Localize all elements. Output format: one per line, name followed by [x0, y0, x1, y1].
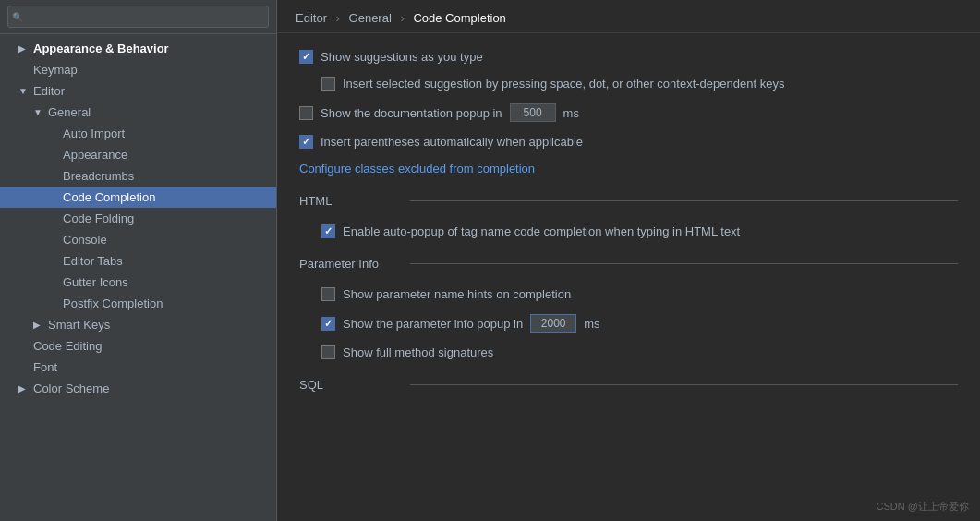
- option-show-suggestions: Show suggestions as you type: [299, 48, 958, 66]
- sidebar-item-smart-keys[interactable]: ▶ Smart Keys: [0, 314, 276, 335]
- chevron-down-icon: ▼: [33, 107, 44, 117]
- option-show-param-hints: Show parameter name hints on completion: [299, 285, 958, 303]
- sidebar-nav: ▶ Appearance & Behavior Keymap ▼ Editor …: [0, 34, 276, 403]
- option-insert-parens: Insert parentheses automatically when ap…: [299, 133, 958, 151]
- content-body: Show suggestions as you type Insert sele…: [277, 33, 980, 412]
- sidebar-item-breadcrumbs[interactable]: Breadcrumbs: [0, 165, 276, 187]
- sidebar-item-postfix-completion[interactable]: Postfix Completion: [0, 293, 276, 314]
- sidebar-item-editor[interactable]: ▼ Editor: [0, 80, 276, 102]
- sidebar-label: Color Scheme: [33, 382, 109, 395]
- option-insert-selected: Insert selected suggestion by pressing s…: [299, 75, 958, 92]
- label-show-doc-popup: Show the documentation popup in: [321, 106, 502, 120]
- sidebar-label: Code Completion: [63, 190, 155, 204]
- label-show-suggestions: Show suggestions as you type: [321, 50, 483, 64]
- label-show-param-hints: Show parameter name hints on completion: [343, 287, 571, 301]
- label-ms-1: ms: [563, 106, 579, 120]
- input-param-popup-ms[interactable]: [530, 314, 576, 333]
- sidebar-label: Font: [33, 360, 57, 374]
- option-show-param-popup: Show the parameter info popup in ms: [299, 312, 958, 334]
- chevron-right-icon: ▶: [33, 320, 44, 330]
- sidebar-item-gutter-icons[interactable]: Gutter Icons: [0, 272, 276, 293]
- sidebar-label: Smart Keys: [48, 318, 110, 332]
- breadcrumb-sep-1: ›: [336, 11, 340, 25]
- sidebar-label: Postfix Completion: [63, 297, 163, 310]
- sidebar-label: Code Editing: [33, 339, 102, 353]
- sidebar-item-auto-import[interactable]: Auto Import: [0, 123, 276, 144]
- sidebar-item-code-editing[interactable]: Code Editing: [0, 335, 276, 357]
- breadcrumb-sep-2: ›: [400, 11, 404, 25]
- sidebar-item-general[interactable]: ▼ General: [0, 102, 276, 123]
- option-enable-auto-popup: Enable auto-popup of tag name code compl…: [299, 223, 958, 240]
- sidebar-item-code-folding[interactable]: Code Folding: [0, 208, 276, 229]
- section-header-param-info: Parameter Info: [299, 249, 958, 276]
- option-show-doc-popup: Show the documentation popup in ms: [299, 102, 958, 124]
- label-enable-auto-popup: Enable auto-popup of tag name code compl…: [343, 224, 740, 238]
- checkbox-enable-auto-popup[interactable]: [321, 224, 335, 238]
- breadcrumb: Editor › General › Code Completion: [277, 0, 980, 33]
- checkbox-show-param-popup[interactable]: [321, 317, 335, 331]
- main-content: Editor › General › Code Completion Show …: [277, 0, 980, 521]
- search-box: [0, 0, 276, 34]
- watermark: CSDN @让上帝爱你: [877, 500, 969, 514]
- sidebar-label: Breadcrumbs: [63, 169, 134, 183]
- breadcrumb-general: General: [349, 11, 392, 25]
- sidebar-item-console[interactable]: Console: [0, 229, 276, 250]
- configure-classes-link-row: Configure classes excluded from completi…: [299, 160, 958, 177]
- sidebar-item-appearance[interactable]: Appearance: [0, 144, 276, 165]
- label-ms-2: ms: [584, 317, 599, 331]
- checkbox-show-param-hints[interactable]: [321, 287, 335, 301]
- label-insert-selected: Insert selected suggestion by pressing s…: [343, 77, 784, 91]
- checkbox-insert-parens[interactable]: [299, 135, 313, 149]
- sidebar-label: Code Folding: [63, 212, 134, 225]
- sidebar-item-appearance-behavior[interactable]: ▶ Appearance & Behavior: [0, 38, 276, 59]
- sidebar-item-code-completion[interactable]: Code Completion: [0, 187, 276, 208]
- search-input[interactable]: [7, 6, 269, 28]
- sidebar-item-font[interactable]: Font: [0, 357, 276, 378]
- chevron-right-icon: ▶: [18, 383, 30, 394]
- checkbox-insert-selected[interactable]: [321, 77, 335, 91]
- checkbox-show-suggestions[interactable]: [299, 50, 313, 64]
- breadcrumb-current: Code Completion: [413, 11, 505, 25]
- sidebar: ▶ Appearance & Behavior Keymap ▼ Editor …: [0, 0, 277, 521]
- section-header-html: HTML: [299, 187, 958, 213]
- sidebar-label: General: [48, 105, 91, 119]
- label-show-param-popup: Show the parameter info popup in: [343, 317, 523, 331]
- checkbox-show-full-method[interactable]: [321, 345, 335, 359]
- label-show-full-method: Show full method signatures: [343, 345, 493, 359]
- sidebar-label: Editor Tabs: [63, 254, 123, 268]
- sidebar-label: Keymap: [33, 63, 78, 77]
- checkbox-show-doc-popup[interactable]: [299, 106, 313, 120]
- sidebar-label: Editor: [33, 84, 65, 98]
- sidebar-label: Appearance: [63, 148, 127, 162]
- input-doc-popup-ms[interactable]: [510, 103, 556, 122]
- sidebar-label: Gutter Icons: [63, 275, 128, 289]
- sidebar-item-keymap[interactable]: Keymap: [0, 59, 276, 80]
- sidebar-item-color-scheme[interactable]: ▶ Color Scheme: [0, 378, 276, 399]
- sidebar-label: Console: [63, 233, 107, 247]
- breadcrumb-editor: Editor: [296, 11, 327, 25]
- section-header-sql: SQL: [299, 370, 958, 397]
- configure-classes-link[interactable]: Configure classes excluded from completi…: [299, 162, 535, 176]
- label-insert-parens: Insert parentheses automatically when ap…: [321, 135, 583, 149]
- chevron-right-icon: ▶: [18, 43, 30, 54]
- option-show-full-method: Show full method signatures: [299, 344, 958, 361]
- sidebar-label: Auto Import: [63, 127, 125, 140]
- sidebar-item-editor-tabs[interactable]: Editor Tabs: [0, 250, 276, 272]
- sidebar-label: Appearance & Behavior: [33, 42, 169, 55]
- chevron-down-icon: ▼: [18, 86, 30, 96]
